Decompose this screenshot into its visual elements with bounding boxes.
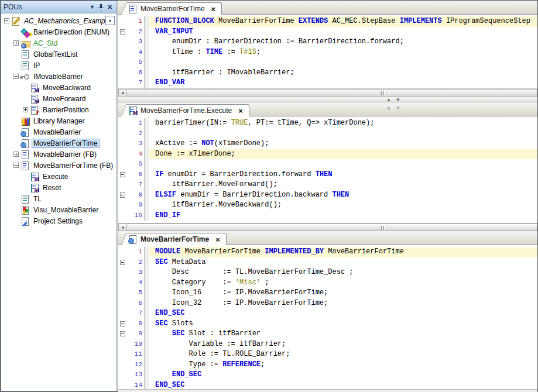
code-line[interactable]: 5 <box>118 159 537 170</box>
tree-item-ip[interactable]: IP <box>1 60 116 71</box>
code-line[interactable]: 9 itfBarrier.MoveBackward(); <box>118 200 537 211</box>
tree-item-movebarrierfortime-fb[interactable]: MoveBarrierForTime (FB) <box>1 160 116 171</box>
tree-item-imovablebarrier[interactable]: IMovableBarrier <box>1 71 116 82</box>
code-line[interactable]: 7END_VAR <box>118 78 537 88</box>
code-line[interactable]: 5 Icon_16 := IP.MoveBarrierForTime; <box>118 288 537 298</box>
tab-close-icon[interactable]: × <box>210 5 217 13</box>
code-editor-execute[interactable]: 1barrierTimer(IN:= TRUE, PT:= tTime, Q=>… <box>118 116 537 223</box>
code-line[interactable]: 1barrierTimer(IN:= TRUE, PT:= tTime, Q=>… <box>118 118 537 129</box>
line-number: 8 <box>129 190 144 201</box>
code-line[interactable]: 3 enumDir : BarrierDirection := BarrierD… <box>118 37 537 47</box>
tree-item-barrierdirection-enum[interactable]: BarrierDirection (ENUM) <box>1 26 116 37</box>
code-line[interactable]: 6 Icon_32 := IP.MoveBarrierForTime; <box>118 298 537 309</box>
collapse-icon[interactable] <box>120 321 125 326</box>
collapse-up-icon[interactable]: ▲ <box>386 97 391 102</box>
code-line[interactable]: 4 Category := 'Misc' ; <box>118 278 537 288</box>
collapse-up-icon[interactable]: ▲ <box>386 105 391 111</box>
code-line[interactable]: 6IF enumDir = BarrierDirection.forward T… <box>118 170 537 180</box>
code-line[interactable]: 11 Role := TL.ROLE_Barrier; <box>118 349 537 360</box>
collapse-icon[interactable] <box>4 18 9 23</box>
tree-item-ac-mechatronics-example[interactable]: AC_Mechatronics_Example▼ <box>1 15 116 26</box>
expand-icon[interactable] <box>23 107 28 112</box>
method2-icon: M <box>30 183 39 192</box>
code-line[interactable]: 7 itfBarrier.MoveForward(); <box>118 180 537 190</box>
expand-icon[interactable] <box>13 40 19 46</box>
collapse-icon[interactable] <box>120 29 125 35</box>
line-number: 1 <box>129 118 144 129</box>
close-icon[interactable]: × <box>105 3 114 12</box>
tree-item-tl[interactable]: TL <box>1 193 116 204</box>
fold-margin <box>118 267 129 278</box>
collapse-icon[interactable] <box>120 172 125 177</box>
scroll-left-icon[interactable]: ◄ <box>118 223 127 231</box>
pin-icon[interactable] <box>97 3 105 12</box>
code-line[interactable]: 4Done := xTimerDone; <box>118 149 537 160</box>
code-line[interactable]: 6 itfBarrier : IMovableBarrier; <box>118 68 537 78</box>
code-line[interactable]: 2VAR_INPUT <box>118 27 537 37</box>
tree-root-dropdown-button[interactable]: ▼ <box>105 16 115 25</box>
code-line[interactable]: 10 Variable := itfBarrier; <box>118 339 537 350</box>
tree-item-movebarrierfortime[interactable]: MoveBarrierForTime <box>1 137 116 149</box>
collapse-icon[interactable] <box>13 74 19 79</box>
tree-item-reset[interactable]: MReset <box>1 182 116 193</box>
code-line[interactable]: 2SEC MetaData <box>118 257 537 268</box>
splitter-grip-icon <box>381 91 388 95</box>
panel-dropdown-icon[interactable]: ▼ <box>88 3 97 12</box>
code-editor-module[interactable]: 1MODULE MoveBarrierForTime IMPLEMENTED_B… <box>118 245 537 389</box>
expand-icon[interactable] <box>13 152 19 157</box>
code-line[interactable]: 10END_IF <box>118 211 537 221</box>
scrollbar-thumb[interactable] <box>127 89 537 97</box>
pou-tree[interactable]: AC_Mechatronics_Example▼BarrierDirection… <box>1 13 117 391</box>
collapse-icon[interactable] <box>13 163 19 168</box>
code-line[interactable]: 3xActive := NOT(xTimerDone); <box>118 139 537 149</box>
tree-item-movablebarrier[interactable]: MovableBarrier <box>1 126 116 137</box>
tree-item-barrierposition[interactable]: PBarrierPosition <box>1 104 116 115</box>
tab-close-icon[interactable]: × <box>237 107 244 115</box>
code-line[interactable]: 8SEC Slots <box>118 319 537 329</box>
tree-item-ac-std[interactable]: AC_Std <box>1 37 116 49</box>
pane-splitter[interactable]: ▲▼ <box>118 97 537 102</box>
tree-item-library-manager[interactable]: Library Manager <box>1 115 116 126</box>
tree-item-movebackward[interactable]: MMoveBackward <box>1 82 116 93</box>
collapse-icon[interactable] <box>120 331 125 336</box>
pou-panel-titlebar[interactable]: POUs ▼ × <box>1 1 117 13</box>
tree-item-moveforward[interactable]: MMoveForward <box>1 93 116 104</box>
tree-item-label: IMovableBarrier <box>32 72 85 81</box>
tree-item-visu-movablebarrier[interactable]: Visu_MovableBarrier <box>1 204 116 215</box>
editor-pane-execute: M MoveBarrierForTime.Execute × ▲▼ 1barri… <box>118 102 537 231</box>
code-editor-declaration[interactable]: 1FUNCTION_BLOCK MoveBarrierForTime EXTEN… <box>118 15 537 88</box>
tab-movebarrierfortime[interactable]: MoveBarrierForTime × <box>126 2 222 15</box>
horizontal-scrollbar[interactable]: ◄ <box>118 223 537 231</box>
code-line[interactable]: 8ELSIF enumDir = BarrierDirection.backwa… <box>118 190 537 201</box>
code-line[interactable]: 7END_SEC <box>118 308 537 319</box>
code-line[interactable]: 4 tTime : TIME := T#1S; <box>118 47 537 58</box>
horizontal-scrollbar[interactable] <box>118 389 537 392</box>
tree-item-project-settings[interactable]: Project Settings <box>1 215 116 226</box>
tab-close-icon[interactable]: × <box>214 236 221 243</box>
code-line[interactable]: 2 <box>118 129 537 139</box>
code-line[interactable]: 3 Desc := TL.MoveBarrierForTime_Desc ; <box>118 267 537 278</box>
code-line[interactable]: 12 Type := REFERENCE; <box>118 360 537 370</box>
scrollbar-thumb[interactable] <box>127 223 537 231</box>
code-line[interactable]: 9 SEC Slot : itfBarrier <box>118 329 537 339</box>
tree-item-execute[interactable]: MExecute <box>1 171 116 182</box>
tree-item-label: Visu_MovableBarrier <box>32 205 100 215</box>
gutter <box>144 170 149 180</box>
tree-item-movablebarrier-fb[interactable]: MovableBarrier (FB) <box>1 149 116 160</box>
code-line[interactable]: 13 END_SEC <box>118 370 537 380</box>
fold-margin <box>118 159 129 170</box>
code-line[interactable]: 14END_SEC <box>118 380 537 390</box>
tree-item-globaltextlist[interactable]: GlobalTextList <box>1 49 116 60</box>
collapse-icon[interactable] <box>120 192 125 198</box>
horizontal-scrollbar[interactable]: ◄ <box>118 88 537 97</box>
tab-movebarrierfortime-execute[interactable]: M MoveBarrierForTime.Execute × <box>126 104 249 116</box>
collapse-down-icon[interactable]: ▼ <box>396 105 400 111</box>
scroll-left-icon[interactable]: ◄ <box>118 89 127 97</box>
code-line[interactable]: 1MODULE MoveBarrierForTime IMPLEMENTED_B… <box>118 247 537 257</box>
collapse-icon[interactable] <box>120 260 125 265</box>
code-line[interactable]: 1FUNCTION_BLOCK MoveBarrierForTime EXTEN… <box>118 16 537 27</box>
collapse-down-icon[interactable]: ▼ <box>396 97 400 102</box>
tab-movebarrierfortime-module[interactable]: MoveBarrierForTime × <box>126 233 227 245</box>
line-number: 6 <box>129 68 144 78</box>
code-line[interactable]: 5 <box>118 57 537 68</box>
